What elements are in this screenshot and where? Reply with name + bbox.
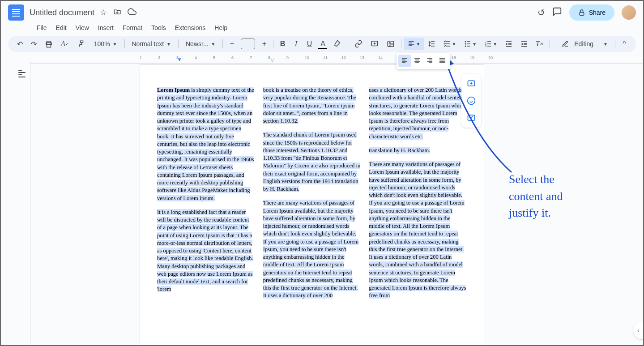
link-button[interactable] (351, 38, 366, 50)
menu-help[interactable]: Help (211, 22, 231, 33)
column-3: uses a dictionary of over 200 Latin word… (369, 86, 467, 306)
share-label: Share (589, 9, 606, 16)
font-select[interactable]: Newsr...▼ (181, 38, 220, 49)
clear-format-button[interactable]: T✕ (532, 38, 547, 50)
history-icon[interactable]: ↺ (537, 7, 545, 18)
separator (273, 39, 273, 48)
increase-indent-button[interactable] (517, 38, 531, 50)
menu-tools[interactable]: Tools (148, 22, 170, 33)
star-icon[interactable]: ☆ (100, 8, 107, 17)
svg-text:3: 3 (485, 45, 486, 47)
bullet-list-button[interactable]: ▼ (461, 38, 480, 50)
checklist-button[interactable]: ▼ (440, 38, 460, 50)
align-right-option[interactable] (423, 55, 436, 67)
text-bold: Lorem Ipsum (157, 87, 190, 93)
zoom-select[interactable]: 100%▼ (90, 38, 122, 49)
column-2: book is a treatise on the theory of ethi… (263, 86, 361, 306)
text-content: translation by H. Rackham. (369, 147, 430, 154)
redo-button[interactable]: ↷ (27, 38, 40, 50)
text-content: is simply dummy text of the printing and… (157, 87, 254, 201)
separator (550, 39, 550, 48)
svg-point-12 (468, 97, 475, 105)
underline-button[interactable]: U (303, 38, 316, 50)
menu-extensions[interactable]: Extensions (171, 22, 209, 33)
spellcheck-button[interactable]: A✓ (57, 38, 73, 50)
print-button[interactable] (41, 38, 56, 50)
menu-file[interactable]: File (33, 22, 51, 33)
svg-rect-1 (47, 45, 51, 47)
annotation-text: Select the content and justify it. (509, 171, 563, 222)
text-content: There are many variations of passages of… (263, 200, 358, 299)
align-justify-option[interactable] (436, 55, 448, 67)
italic-button[interactable]: I (290, 38, 302, 50)
line-spacing-button[interactable] (425, 38, 439, 50)
highlight-button[interactable] (330, 38, 345, 50)
svg-point-5 (465, 41, 466, 43)
separator (178, 39, 179, 48)
text-content: The standard chunk of Lorem Ipsum used s… (263, 132, 361, 192)
collapse-toolbar-button[interactable]: ^ (618, 38, 631, 50)
add-emoji-button[interactable] (464, 94, 478, 108)
align-button[interactable]: ▼ (404, 38, 424, 50)
numbered-list-button[interactable]: 123▼ (481, 38, 501, 50)
document-title[interactable]: Untitled document (30, 8, 94, 17)
separator (615, 39, 615, 48)
image-button[interactable] (383, 38, 398, 50)
text-color-button[interactable]: A (316, 38, 329, 50)
separator (348, 39, 348, 48)
comments-icon[interactable] (552, 7, 562, 18)
document-page[interactable]: Lorem Ipsum is simply dummy text of the … (140, 64, 484, 345)
separator (401, 39, 401, 48)
align-popup (397, 53, 450, 69)
style-select[interactable]: Normal text▼ (128, 38, 175, 49)
text-content: There are many variations of passages of… (369, 161, 466, 299)
svg-rect-0 (580, 12, 584, 15)
bold-button[interactable]: B (276, 38, 289, 50)
move-icon[interactable] (113, 8, 121, 18)
cloud-status-icon[interactable] (128, 7, 136, 18)
svg-point-6 (465, 43, 466, 45)
menu-insert[interactable]: Insert (94, 22, 117, 33)
separator (124, 39, 125, 48)
menu-edit[interactable]: Edit (52, 22, 70, 33)
separator (222, 39, 223, 48)
mode-select[interactable]: Editing▼ (557, 38, 612, 49)
side-tools (461, 74, 481, 128)
decrease-font-button[interactable]: − (226, 38, 238, 50)
docs-logo-icon[interactable] (8, 4, 24, 21)
paint-format-button[interactable] (73, 38, 89, 50)
menu-bar: File Edit View Insert Format Tools Exten… (8, 21, 636, 36)
align-left-option[interactable] (398, 55, 411, 67)
increase-font-button[interactable]: + (258, 38, 270, 50)
undo-button[interactable]: ↶ (13, 38, 26, 50)
toolbar: ↶ ↷ A✓ 100%▼ Normal text▼ Newsr...▼ − + … (8, 36, 636, 52)
comment-button[interactable] (367, 38, 382, 50)
text-content: It is a long established fact that a rea… (157, 209, 253, 293)
share-button[interactable]: Share (569, 4, 614, 21)
column-1: Lorem Ipsum is simply dummy text of the … (157, 86, 255, 306)
font-size-input[interactable] (241, 38, 255, 49)
svg-point-7 (465, 46, 466, 47)
add-comment-button[interactable] (464, 77, 478, 91)
svg-point-4 (389, 43, 391, 44)
text-content: uses a dictionary of over 200 Latin word… (369, 87, 467, 140)
user-avatar[interactable] (622, 5, 636, 20)
text-content: book is a treatise on the theory of ethi… (263, 87, 356, 124)
decrease-indent-button[interactable] (502, 38, 516, 50)
menu-format[interactable]: Format (119, 22, 146, 33)
menu-view[interactable]: View (72, 22, 93, 33)
align-center-option[interactable] (411, 55, 423, 67)
suggest-edit-button[interactable] (464, 111, 478, 125)
